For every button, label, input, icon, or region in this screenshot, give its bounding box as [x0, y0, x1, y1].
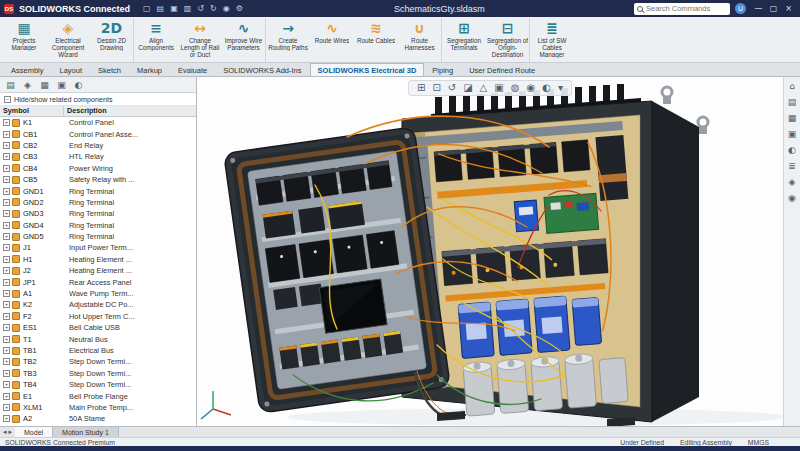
expand-icon[interactable]: +	[3, 404, 10, 411]
tree-row[interactable]: + K1 Control Panel	[0, 117, 196, 128]
tree-row[interactable]: + CB3 HTL Relay	[0, 151, 196, 162]
tree-row[interactable]: + T1 Neutral Bus	[0, 333, 196, 344]
collapse-icon[interactable]: −	[4, 96, 11, 103]
view-palette-icon[interactable]: ▣	[788, 129, 797, 139]
expand-icon[interactable]: +	[3, 370, 10, 377]
tree-row[interactable]: + GND2 Ring Terminal	[0, 197, 196, 208]
tree-row[interactable]: + CB1 Control Panel Asse...	[0, 128, 196, 139]
print-icon[interactable]: ▥	[182, 3, 194, 15]
expand-icon[interactable]: +	[3, 336, 10, 343]
view-orientation-icon[interactable]: ▣	[492, 81, 505, 95]
expand-icon[interactable]: +	[3, 153, 10, 160]
command-tab[interactable]: Markup	[129, 63, 170, 76]
task-pane-home-icon[interactable]: ⌂	[789, 81, 795, 91]
expand-icon[interactable]: +	[3, 119, 10, 126]
tree-row[interactable]: + J2 Heating Element ...	[0, 265, 196, 276]
file-explorer-icon[interactable]: ▦	[788, 113, 797, 123]
command-tab[interactable]: User Defined Route	[461, 63, 543, 76]
expand-icon[interactable]: +	[3, 267, 10, 274]
tree-row[interactable]: + H1 Heating Element ...	[0, 254, 196, 265]
tree-row[interactable]: + A2 50A Stame	[0, 413, 196, 424]
expand-icon[interactable]: +	[3, 199, 10, 206]
electrical-component-wizard-button[interactable]: ◈ Electrical Component Wizard	[46, 18, 90, 62]
tree-row[interactable]: + E1 Bell Probe Flange	[0, 390, 196, 401]
tree-row[interactable]: + CB4 Power Wiring	[0, 163, 196, 174]
display-style-icon[interactable]: ◍	[509, 81, 522, 95]
hide-show-items-icon[interactable]: ◉	[525, 81, 538, 95]
expand-icon[interactable]: +	[3, 381, 10, 388]
column-description[interactable]: Description	[64, 106, 196, 116]
expand-icon[interactable]: +	[3, 279, 10, 286]
tree-row[interactable]: + JP1 Rear Access Panel	[0, 276, 196, 287]
dessin-2d-drawing-button[interactable]: 2D Dessin 2D Drawing	[90, 18, 134, 62]
model-tab[interactable]: Model	[15, 427, 53, 437]
expand-icon[interactable]: +	[3, 313, 10, 320]
tree-row[interactable]: + XLM1 Main Probe Temp...	[0, 402, 196, 413]
appearances-icon[interactable]: ◐	[788, 145, 796, 155]
rebuild-icon[interactable]: ◉	[221, 3, 232, 15]
tree-row[interactable]: + A1 Wave Pump Term...	[0, 288, 196, 299]
tree-row[interactable]: + TB3 Step Down Termi...	[0, 368, 196, 379]
command-tab[interactable]: Sketch	[90, 63, 129, 76]
search-box[interactable]	[634, 3, 730, 15]
expand-icon[interactable]: +	[3, 347, 10, 354]
minimize-icon[interactable]: —	[751, 2, 766, 15]
expand-icon[interactable]: +	[3, 222, 10, 229]
expand-icon[interactable]: +	[3, 301, 10, 308]
column-symbol[interactable]: Symbol	[0, 106, 64, 116]
display-manager-tab-icon[interactable]: ◐	[71, 78, 86, 91]
status-item[interactable]: Editing Assembly	[680, 439, 732, 446]
model-tab[interactable]: Motion Study 1	[53, 427, 119, 437]
user-avatar[interactable]: U	[735, 3, 746, 14]
change-length-rail-duct-button[interactable]: ↔ Change Length of Rail or Duct	[178, 18, 222, 62]
command-tab[interactable]: SOLIDWORKS Electrical 3D	[310, 63, 425, 76]
save-icon[interactable]: ▣	[168, 3, 180, 15]
tree-row[interactable]: + GND1 Ring Terminal	[0, 185, 196, 196]
cables-manager-button[interactable]: ≣ List of SW Cables Manager	[530, 18, 574, 62]
improve-wire-parameters-button[interactable]: ∿ Improve Wire Parameters	[222, 18, 266, 62]
feature-tree-tab-icon[interactable]: ▤	[3, 78, 18, 91]
segregation-terminals-button[interactable]: ⊞ Segregation Terminals	[442, 18, 486, 62]
command-tab[interactable]: SOLIDWORKS Add-Ins	[215, 63, 309, 76]
custom-properties-icon[interactable]: ≣	[788, 161, 796, 171]
electrical-manager-icon[interactable]: ◈	[789, 177, 796, 187]
section-view-icon[interactable]: ◪	[461, 81, 474, 95]
tree-row[interactable]: + ES1 Bell Cable USB	[0, 322, 196, 333]
view-settings-icon[interactable]: ▾	[556, 81, 565, 95]
property-manager-tab-icon[interactable]: ▦	[37, 78, 52, 91]
expand-icon[interactable]: +	[3, 131, 10, 138]
expand-icon[interactable]: +	[3, 142, 10, 149]
command-tab[interactable]: Assembly	[3, 63, 52, 76]
tree-row[interactable]: + TB4 Step Down Termi...	[0, 379, 196, 390]
edit-appearance-icon[interactable]: ◐	[540, 81, 553, 95]
tree-row[interactable]: + TB1 Electrical Bus	[0, 345, 196, 356]
tree-row[interactable]: + GND4 Ring Terminal	[0, 220, 196, 231]
expand-icon[interactable]: +	[3, 176, 10, 183]
command-tab[interactable]: Piping	[424, 63, 461, 76]
expand-icon[interactable]: +	[3, 324, 10, 331]
maximize-icon[interactable]: ▢	[766, 2, 781, 15]
expand-icon[interactable]: +	[3, 290, 10, 297]
open-file-icon[interactable]: ▤	[155, 3, 167, 15]
previous-view-icon[interactable]: ↺	[446, 81, 458, 95]
route-cables-button[interactable]: ≋ Route Cables	[354, 18, 398, 62]
new-file-icon[interactable]: ▢	[141, 3, 153, 15]
tree-row[interactable]: + TB2 Step Down Termi...	[0, 356, 196, 367]
create-routing-paths-button[interactable]: → Create Routing Paths	[266, 18, 310, 62]
route-harnesses-button[interactable]: ∪ Route Harnesses	[398, 18, 442, 62]
tree-row[interactable]: + CB5 Safety Relay with ...	[0, 174, 196, 185]
tree-row[interactable]: + GND3 Ring Terminal	[0, 208, 196, 219]
expand-icon[interactable]: +	[3, 358, 10, 365]
expand-icon[interactable]: +	[3, 165, 10, 172]
zoom-fit-icon[interactable]: ⊞	[415, 81, 427, 95]
projects-manager-button[interactable]: ▦ Projects Manager	[2, 18, 46, 62]
zoom-area-icon[interactable]: ⊡	[430, 81, 442, 95]
segregation-origin-destination-button[interactable]: ⊟ Segregation of Origin-Destination	[486, 18, 530, 62]
command-tab[interactable]: Evaluate	[170, 63, 215, 76]
status-item[interactable]: MMGS	[748, 439, 769, 446]
close-icon[interactable]: ×	[781, 2, 796, 15]
route-wires-button[interactable]: ∿ Route Wires	[310, 18, 354, 62]
expand-icon[interactable]: +	[3, 393, 10, 400]
tree-row[interactable]: + GND5 Ring Terminal	[0, 231, 196, 242]
forum-icon[interactable]: ◉	[788, 193, 796, 203]
